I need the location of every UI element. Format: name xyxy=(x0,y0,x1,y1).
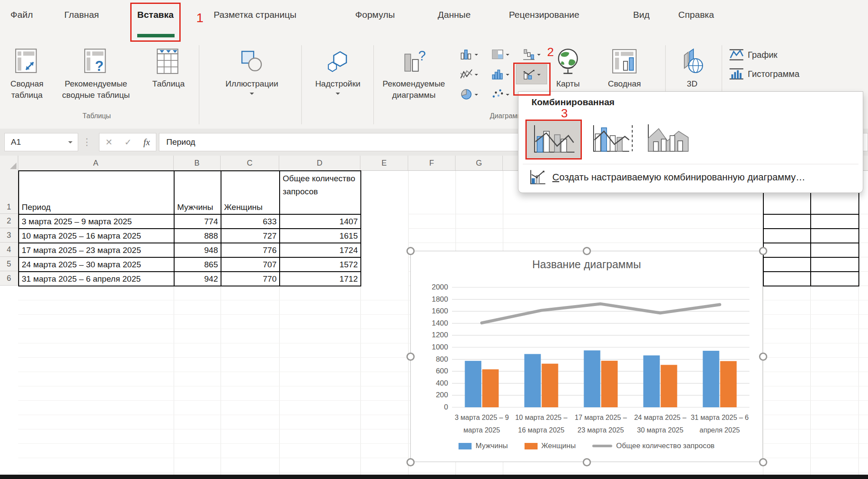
chart-resize-handle[interactable] xyxy=(406,247,415,255)
insert-line-chart-button[interactable] xyxy=(453,64,485,84)
table-cell[interactable]: 865 xyxy=(175,258,221,272)
name-box[interactable]: A1 xyxy=(4,133,78,151)
maps-button[interactable]: Карты xyxy=(550,44,586,90)
ribbon-tab[interactable]: Главная xyxy=(64,10,99,20)
table-cell[interactable]: 10 марта 2025 – 16 мар​та 2025 xyxy=(19,229,175,243)
chart-object[interactable]: Название диаграммы 020040060080010001200… xyxy=(410,251,763,462)
table-header-cell[interactable]: Мужчины xyxy=(175,171,221,215)
column-header-G[interactable]: G xyxy=(455,156,503,170)
table-cell[interactable]: 1724 xyxy=(280,243,361,258)
chart-resize-handle[interactable] xyxy=(583,458,591,466)
ribbon-tab[interactable]: Данные xyxy=(438,10,471,20)
table-cell[interactable]: 948 xyxy=(175,243,221,258)
empty-bordered-cell[interactable] xyxy=(764,258,811,272)
insert-function-icon[interactable]: fx xyxy=(143,137,150,148)
ribbon-tab[interactable]: Вид xyxy=(633,10,650,20)
pivot-chart-button[interactable]: Сводная xyxy=(602,44,647,90)
insert-waterfall-chart-button[interactable] xyxy=(516,44,547,64)
addins-button[interactable]: Надстройки xyxy=(304,44,372,97)
ribbon-tab[interactable]: Справка xyxy=(678,10,714,20)
cancel-icon[interactable]: ✕ xyxy=(106,137,113,147)
pivot-table-button[interactable]: Сводная таблица xyxy=(6,44,48,101)
ribbon-tab[interactable]: Разметка страницы xyxy=(214,10,297,20)
empty-bordered-cell[interactable] xyxy=(764,243,811,258)
column-header-B[interactable]: B xyxy=(174,156,221,170)
table-cell[interactable]: 24 марта 2025 – 30 марта 2025 xyxy=(19,258,175,272)
insert-hierarchy-chart-button[interactable] xyxy=(485,44,516,64)
table-cell[interactable]: 888 xyxy=(175,229,221,243)
combo-type-clustered-column-line[interactable] xyxy=(525,120,582,160)
annotation-box-2 xyxy=(513,63,551,96)
legend-item[interactable]: Женщины xyxy=(525,442,576,450)
chart-resize-handle[interactable] xyxy=(759,247,767,255)
table-cell[interactable]: 727 xyxy=(221,229,280,243)
insert-statistic-chart-button[interactable] xyxy=(485,64,516,84)
row-header-4[interactable]: 4 xyxy=(0,243,18,257)
chart-resize-handle[interactable] xyxy=(406,458,415,466)
table-cell[interactable]: 31 марта 2025 – 6 апреля 2025 xyxy=(19,272,175,286)
name-box-arrow-icon[interactable] xyxy=(68,141,73,146)
table-cell[interactable]: 1572 xyxy=(280,258,361,272)
ribbon-tab[interactable]: Рецензирование xyxy=(509,10,579,20)
recommended-charts-button[interactable]: ? Рекомендуемые диаграммы xyxy=(376,44,452,101)
illustrations-button[interactable]: Иллюстрации xyxy=(206,44,298,97)
sparkline-column-button[interactable]: Гистограмма xyxy=(729,64,799,83)
empty-bordered-cell[interactable] xyxy=(764,272,811,286)
dropdown-section-title: Комбинированная xyxy=(531,97,614,107)
empty-bordered-cell[interactable] xyxy=(811,258,859,272)
table-cell[interactable]: 776 xyxy=(221,243,280,258)
chevron-down-icon xyxy=(475,74,478,77)
chart-resize-handle[interactable] xyxy=(759,458,767,466)
formula-bar-grip[interactable]: ⋮ xyxy=(83,133,91,151)
select-all-corner[interactable] xyxy=(0,156,18,170)
map-3d-button[interactable]: 3D xyxy=(673,44,711,90)
table-cell[interactable]: 17 марта 2025 – 23 марта 2025 xyxy=(19,243,175,258)
empty-bordered-cell[interactable] xyxy=(811,272,859,286)
empty-bordered-cell[interactable] xyxy=(811,215,859,229)
column-header-F[interactable]: F xyxy=(408,156,455,170)
sparkline-line-button[interactable]: График xyxy=(729,45,799,64)
chart-resize-handle[interactable] xyxy=(406,353,415,361)
row-header-2[interactable]: 2 xyxy=(0,214,18,228)
recommended-pivots-button[interactable]: ? Рекомендуемые сводные таблицы xyxy=(49,44,143,101)
empty-bordered-cell[interactable] xyxy=(811,243,859,258)
combo-type-clustered-column-line-secondary-axis[interactable] xyxy=(587,120,638,158)
insert-scatter-chart-button[interactable] xyxy=(485,84,516,104)
empty-bordered-cell[interactable] xyxy=(811,229,859,243)
column-header-C[interactable]: C xyxy=(221,156,279,170)
table-header-cell[interactable]: Период xyxy=(19,171,175,215)
row-header-5[interactable]: 5 xyxy=(0,257,18,271)
table-cell[interactable]: 1407 xyxy=(280,215,361,229)
table-cell[interactable]: 774 xyxy=(175,215,221,229)
table-header-cell[interactable]: Общее количество запросов xyxy=(280,171,361,215)
column-header-D[interactable]: D xyxy=(279,156,360,170)
row-header-1[interactable]: 1 xyxy=(0,170,18,214)
combo-type-stacked-area-clustered-column[interactable] xyxy=(642,120,693,158)
table-button[interactable]: Таблица xyxy=(144,44,193,90)
table-header-cell[interactable]: Женщины xyxy=(221,171,280,215)
ribbon-tab[interactable]: Вставка xyxy=(137,10,174,20)
empty-bordered-cell[interactable] xyxy=(764,215,811,229)
column-header-A[interactable]: A xyxy=(18,156,174,170)
table-cell[interactable]: 3 марта 2025 – 9 марта 2025 xyxy=(19,215,175,229)
column-header-E[interactable]: E xyxy=(360,156,408,170)
legend-item[interactable]: Мужчины xyxy=(459,442,508,450)
chart-resize-handle[interactable] xyxy=(583,247,591,255)
table-cell[interactable]: 770 xyxy=(221,272,280,286)
ribbon-tab[interactable]: Файл xyxy=(10,10,33,20)
enter-icon[interactable]: ✓ xyxy=(124,137,132,147)
table-cell[interactable]: 1712 xyxy=(280,272,361,286)
insert-column-chart-button[interactable] xyxy=(453,44,485,64)
table-cell[interactable]: 942 xyxy=(175,272,221,286)
table-cell[interactable]: 707 xyxy=(221,258,280,272)
insert-pie-chart-button[interactable] xyxy=(453,84,485,104)
table-cell[interactable]: 1615 xyxy=(280,229,361,243)
table-cell[interactable]: 633 xyxy=(221,215,280,229)
empty-bordered-cell[interactable] xyxy=(764,229,811,243)
create-custom-combo-chart[interactable]: Создать настраиваемую комбинированную ди… xyxy=(528,167,805,187)
row-header-6[interactable]: 6 xyxy=(0,271,18,286)
chart-resize-handle[interactable] xyxy=(759,353,767,361)
ribbon-tab[interactable]: Формулы xyxy=(355,10,395,20)
legend-item[interactable]: Общее количество запросов xyxy=(592,442,715,450)
row-header-3[interactable]: 3 xyxy=(0,228,18,243)
